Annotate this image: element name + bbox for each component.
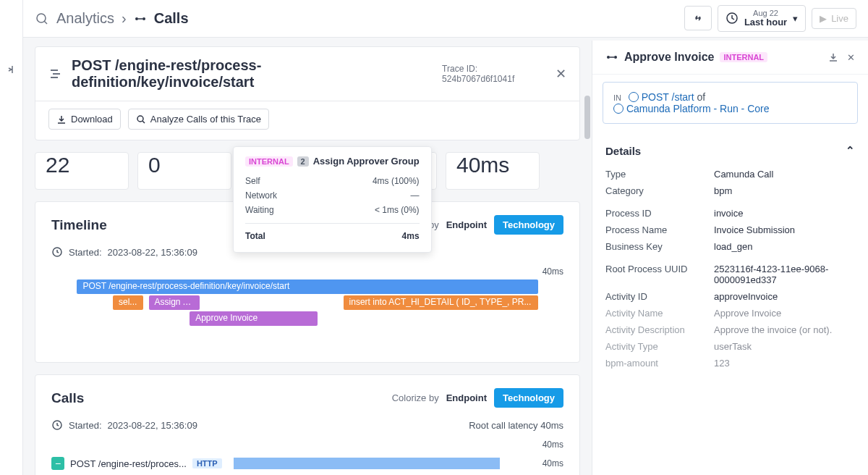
detail-key: Root Process UUID bbox=[605, 264, 714, 285]
analytics-icon bbox=[35, 12, 49, 26]
calls-icon bbox=[134, 12, 147, 25]
in-box: IN POST /start of Camunda Platform - Run… bbox=[603, 82, 858, 124]
detail-key: Business Key bbox=[605, 241, 714, 252]
count-tag: 2 bbox=[297, 156, 309, 167]
of-label: of bbox=[697, 91, 706, 103]
in-service-link[interactable]: Camunda Platform - Run - Core bbox=[626, 103, 770, 114]
started-value: 2023-08-22, 15:36:09 bbox=[108, 420, 197, 431]
panel-title: Approve Invoice bbox=[624, 51, 714, 64]
detail-row: Process NameInvoice Submission bbox=[605, 222, 855, 238]
breadcrumb-page: Calls bbox=[154, 10, 189, 27]
in-label: IN bbox=[613, 93, 621, 102]
clock-icon bbox=[51, 246, 63, 258]
timeline-bars: POST /engine-rest/process-definition/key… bbox=[51, 279, 563, 348]
internal-tag: INTERNAL bbox=[245, 156, 293, 167]
details-section: Details ⌃ TypeCamunda CallCategorybpmPro… bbox=[592, 131, 868, 475]
detail-key: bpm-amount bbox=[605, 358, 714, 369]
tooltip-title: Assign Approver Group bbox=[313, 156, 420, 167]
detail-key: Activity ID bbox=[605, 291, 714, 302]
colorize-endpoint[interactable]: Endpoint bbox=[446, 392, 487, 403]
chevron-right-icon: › bbox=[122, 10, 127, 27]
details-toggle[interactable]: Details ⌃ bbox=[605, 138, 855, 166]
detail-key: Activity Name bbox=[605, 308, 714, 319]
call-row[interactable]: − POST /engine-rest/proces... HTTP 40ms bbox=[51, 453, 563, 474]
center-column: POST /engine-rest/process-definition/key… bbox=[23, 38, 592, 475]
scrollbar-handle[interactable] bbox=[584, 96, 590, 139]
detail-value: Approve Invoice bbox=[714, 308, 855, 319]
download-icon bbox=[56, 114, 67, 125]
detail-row: TypeCamunda Call bbox=[605, 166, 855, 182]
live-button[interactable]: ▶ Live bbox=[812, 8, 856, 29]
svg-point-1 bbox=[135, 17, 138, 20]
detail-value: 2523116f-4123-11ee-9068-0000091ed337 bbox=[714, 264, 855, 285]
date-range-button[interactable]: Aug 22 Last hour ▾ bbox=[718, 5, 806, 31]
detail-key: Type bbox=[605, 169, 714, 180]
detail-value: bpm bbox=[714, 185, 855, 196]
svg-point-2 bbox=[142, 17, 145, 20]
calls-card: Calls Colorize by Endpoint Technology bbox=[35, 374, 580, 475]
metric-card: 22 bbox=[35, 152, 129, 190]
timeline-bar[interactable]: POST /engine-rest/process-definition/key… bbox=[77, 279, 537, 294]
colorize-endpoint[interactable]: Endpoint bbox=[446, 219, 487, 230]
call-time: 40ms bbox=[535, 458, 563, 468]
call-bar bbox=[234, 458, 523, 469]
right-panel: Approve Invoice INTERNAL ✕ IN POST /star… bbox=[592, 41, 868, 475]
download-icon[interactable] bbox=[828, 52, 838, 63]
detail-key: Process ID bbox=[605, 208, 714, 219]
timeline-bar[interactable]: Assign A... bbox=[149, 295, 200, 310]
svg-point-7 bbox=[607, 56, 610, 59]
detail-row: Activity DescriptionApprove the invoice … bbox=[605, 321, 855, 338]
trace-id: 524b7067d6f1041f bbox=[442, 74, 514, 84]
link-button[interactable] bbox=[684, 6, 712, 30]
download-label: Download bbox=[71, 114, 113, 125]
caret-down-icon: ▾ bbox=[793, 13, 798, 24]
download-button[interactable]: Download bbox=[48, 109, 121, 130]
timeline-bar[interactable]: insert into ACT_HI_DETAIL ( ID_, TYPE_, … bbox=[344, 295, 538, 310]
collapse-icon[interactable]: − bbox=[51, 457, 64, 470]
started-value: 2023-08-22, 15:36:09 bbox=[108, 247, 197, 258]
close-icon[interactable]: ✕ bbox=[847, 52, 855, 63]
detail-value: Invoice Submission bbox=[714, 224, 855, 235]
colorize-technology[interactable]: Technology bbox=[494, 215, 563, 235]
timeline-bar[interactable]: sel... bbox=[113, 295, 143, 310]
detail-value: load_gen bbox=[714, 241, 855, 252]
analyze-label: Analyze Calls of this Trace bbox=[150, 114, 261, 125]
trace-method: POST bbox=[72, 57, 111, 73]
clock-icon bbox=[726, 12, 739, 25]
date-bottom: Last hour bbox=[744, 17, 787, 28]
detail-row: bpm-amount123 bbox=[605, 355, 855, 371]
live-label: Live bbox=[831, 13, 848, 24]
internal-tag: INTERNAL bbox=[720, 52, 767, 62]
colorize-label: Colorize by bbox=[392, 392, 439, 403]
detail-value: Camunda Call bbox=[714, 169, 855, 180]
detail-row: Root Process UUID2523116f-4123-11ee-9068… bbox=[605, 261, 855, 288]
detail-key: Activity Type bbox=[605, 341, 714, 352]
trace-icon bbox=[605, 51, 618, 64]
metric-card: 0 bbox=[137, 152, 231, 190]
breadcrumb: Analytics › Calls bbox=[35, 10, 189, 27]
in-call-link[interactable]: POST /start bbox=[642, 91, 694, 103]
timeline-bar[interactable]: Approve Invoice bbox=[190, 311, 318, 326]
breadcrumb-section[interactable]: Analytics bbox=[56, 10, 114, 27]
trace-id-label: Trace ID: bbox=[442, 64, 477, 74]
colorize-technology[interactable]: Technology bbox=[494, 388, 563, 408]
trace-icon bbox=[48, 66, 64, 82]
close-icon[interactable]: ✕ bbox=[556, 66, 566, 82]
collapse-icon[interactable] bbox=[6, 64, 17, 75]
timeline-max: 40ms bbox=[51, 266, 563, 277]
detail-row: Activity TypeuserTask bbox=[605, 338, 855, 355]
timeline-title: Timeline bbox=[51, 217, 107, 233]
details-title: Details bbox=[605, 145, 641, 157]
call-tag: HTTP bbox=[192, 458, 222, 468]
call-name: POST /engine-rest/proces... bbox=[70, 458, 187, 469]
detail-value: approveInvoice bbox=[714, 291, 855, 302]
detail-key: Category bbox=[605, 185, 714, 196]
analyze-button[interactable]: Analyze Calls of this Trace bbox=[128, 109, 269, 130]
calls-title: Calls bbox=[51, 390, 84, 406]
play-icon: ▶ bbox=[820, 13, 827, 24]
trace-card: POST /engine-rest/process-definition/key… bbox=[35, 46, 580, 140]
service-icon bbox=[613, 103, 624, 114]
timeline-tooltip: INTERNAL 2 Assign Approver Group Self4ms… bbox=[233, 146, 432, 253]
detail-row: Business Keyload_gen bbox=[605, 238, 855, 255]
left-sidebar bbox=[0, 0, 23, 475]
